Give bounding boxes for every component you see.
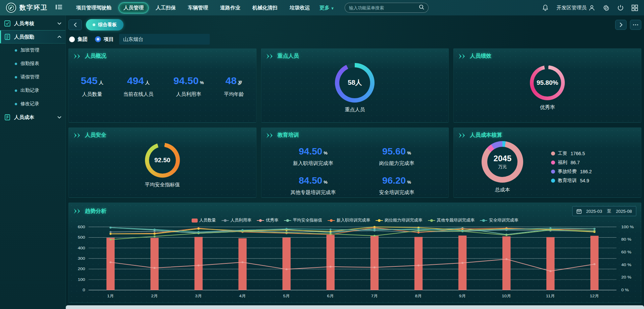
svg-text:500: 500 xyxy=(78,235,85,240)
svg-text:20 %: 20 % xyxy=(621,275,631,280)
bullet-icon xyxy=(15,49,17,52)
cost-legend: 工资1766.5 福利86.7 事故经费186.2 教育培训54.9 xyxy=(551,150,592,184)
radio-project-option[interactable]: 项目 xyxy=(95,36,114,43)
card-title: 趋势分析 xyxy=(85,208,106,215)
svg-text:0 %: 0 % xyxy=(621,288,629,292)
search-icon[interactable] xyxy=(419,4,424,11)
svg-text:100: 100 xyxy=(78,277,85,282)
legend-item[interactable]: 人员数量 xyxy=(192,218,216,223)
main-nav: 项目管理驾驶舱 人员管理 人工扫保 车辆管理 道路作业 机械化清扫 垃圾收运 更… xyxy=(71,2,337,13)
topbar-actions: 开发区管理员 xyxy=(542,5,638,11)
tabs-scroll-right-button[interactable] xyxy=(615,20,627,30)
svg-text:6月: 6月 xyxy=(327,294,334,298)
project-select-input[interactable] xyxy=(119,34,210,45)
legend-label: 平均安全指标值 xyxy=(293,218,323,223)
legend-item[interactable]: 人员利用率 xyxy=(221,218,252,223)
nav-item-personnel-management[interactable]: 人员管理 xyxy=(118,2,149,13)
sidebar-item-assessment[interactable]: 人员考核 xyxy=(0,17,65,30)
svg-text:2月: 2月 xyxy=(151,294,158,298)
svg-text:3月: 3月 xyxy=(195,294,202,298)
double-chevron-icon xyxy=(73,133,82,138)
app-logo-icon xyxy=(6,3,16,13)
svg-text:10月: 10月 xyxy=(502,294,511,298)
nav-item-mechanized-cleaning[interactable]: 机械化清扫 xyxy=(247,2,283,13)
svg-text:100 %: 100 % xyxy=(621,225,634,229)
calendar-icon xyxy=(577,209,582,214)
svg-text:8月: 8月 xyxy=(415,294,422,298)
legend-line-marker-icon xyxy=(428,219,435,222)
legend-item-training[interactable]: 教育培训54.9 xyxy=(551,178,592,184)
legend-item[interactable]: 新入职培训完成率 xyxy=(328,218,370,223)
main-content: 综合看板 集团 项目 人员概况 xyxy=(66,15,644,309)
svg-text:300: 300 xyxy=(78,256,85,261)
sidebar-item-leave-management[interactable]: 请假管理 xyxy=(0,70,65,84)
date-range-picker[interactable]: 2025-03 至 2025-08 xyxy=(572,206,636,216)
document-icon xyxy=(4,114,11,121)
brand: 数字环卫 xyxy=(6,3,48,13)
tabs-scroll-left-button[interactable] xyxy=(68,19,82,30)
trend-legend: 人员数量人员利用率优秀率平均安全指标值新入职培训完成率岗位能力培训完成率其他专题… xyxy=(69,218,641,223)
tab-active-dot-icon xyxy=(93,23,95,26)
safety-donut-chart[interactable]: 92.50 xyxy=(145,143,180,178)
sidebar-item-attendance-record[interactable]: 出勤记录 xyxy=(0,84,65,97)
chevron-down-icon: ∨ xyxy=(331,6,334,10)
card-personnel-performance: 人员绩效 95.80% 优秀率 xyxy=(453,48,641,123)
nav-more-dropdown[interactable]: 更多 ∨ xyxy=(317,3,337,13)
legend-item-welfare[interactable]: 福利86.7 xyxy=(551,160,592,166)
svg-text:1月: 1月 xyxy=(107,294,114,298)
notifications-bell-icon[interactable] xyxy=(542,5,548,11)
svg-text:60 %: 60 % xyxy=(621,250,631,254)
sidebar-item-attendance[interactable]: 人员假勤 xyxy=(0,30,65,44)
app-title: 数字环卫 xyxy=(19,3,48,12)
power-logout-icon[interactable] xyxy=(617,5,624,11)
svg-text:11月: 11月 xyxy=(546,294,555,298)
current-user[interactable]: 开发区管理员 xyxy=(556,5,595,11)
donut-label: 优秀率 xyxy=(540,104,555,111)
legend-item-salary[interactable]: 工资1766.5 xyxy=(551,150,592,157)
ellipsis-icon xyxy=(633,24,638,25)
menu-collapse-icon[interactable] xyxy=(56,4,62,11)
card-trend-analysis: 趋势分析 2025-03 至 2025-08 人员数量人员利用率优秀率平均安全指… xyxy=(68,202,641,303)
svg-text:5月: 5月 xyxy=(283,294,290,298)
sidebar-item-attendance-report[interactable]: 假勤报表 xyxy=(0,57,65,70)
apps-grid-icon[interactable] xyxy=(632,5,638,11)
horizontal-scrollbar[interactable] xyxy=(66,305,644,309)
tabs-more-button[interactable] xyxy=(630,20,641,30)
legend-label: 优秀率 xyxy=(266,218,279,223)
settings-gear-icon[interactable] xyxy=(603,5,609,11)
legend-item[interactable]: 优秀率 xyxy=(257,218,279,223)
sidebar-item-personnel-cost[interactable]: 人员成本 xyxy=(0,111,65,124)
cost-donut-chart[interactable]: 2045万元 xyxy=(482,141,523,183)
legend-item[interactable]: 其他专题培训完成率 xyxy=(428,218,475,223)
performance-donut-chart[interactable]: 95.80% xyxy=(530,65,565,100)
search-input[interactable] xyxy=(349,5,416,10)
nav-item-road-operation[interactable]: 道路作业 xyxy=(215,2,245,13)
top-navigation-bar: 数字环卫 项目管理驾驶舱 人员管理 人工扫保 车辆管理 道路作业 机械化清扫 垃… xyxy=(0,0,644,15)
trend-chart[interactable]: 01002003004005006000 %20 %40 %60 %80 %10… xyxy=(69,224,641,302)
date-to[interactable]: 2025-08 xyxy=(616,209,632,214)
svg-text:400: 400 xyxy=(78,246,85,250)
tab-dashboard[interactable]: 综合看板 xyxy=(86,19,123,30)
legend-item[interactable]: 安全培训完成率 xyxy=(480,218,518,223)
legend-item[interactable]: 平均安全指标值 xyxy=(284,218,323,223)
date-from[interactable]: 2025-03 xyxy=(586,209,602,214)
bullet-icon xyxy=(15,76,17,78)
legend-item-accident[interactable]: 事故经费186.2 xyxy=(551,169,592,175)
nav-item-manual-sweeping[interactable]: 人工扫保 xyxy=(151,2,181,13)
svg-text:9月: 9月 xyxy=(459,294,466,298)
overview-stats: 545人 人员数量 494人 当前在线人员 94.50% 人员利用率 48岁 平… xyxy=(69,61,256,111)
bullet-icon xyxy=(15,89,17,92)
legend-item[interactable]: 岗位能力培训完成率 xyxy=(376,218,423,223)
key-personnel-donut-chart[interactable]: 58人 xyxy=(335,63,375,103)
nav-item-project-cockpit[interactable]: 项目管理驾驶舱 xyxy=(71,2,116,13)
sidebar-item-overtime[interactable]: 加班管理 xyxy=(0,44,65,57)
nav-item-vehicle-management[interactable]: 车辆管理 xyxy=(183,2,213,13)
card-personnel-safety: 人员安全 92.50 平均安全指标值 xyxy=(68,127,256,198)
date-separator: 至 xyxy=(607,208,611,214)
double-chevron-icon xyxy=(73,54,82,59)
radio-unselected-icon xyxy=(69,37,75,42)
sidebar-item-modification-record[interactable]: 修改记录 xyxy=(0,97,65,111)
radio-group-option[interactable]: 集团 xyxy=(69,36,88,43)
legend-line-marker-icon xyxy=(284,219,291,222)
nav-item-garbage-collection[interactable]: 垃圾收运 xyxy=(285,2,315,13)
